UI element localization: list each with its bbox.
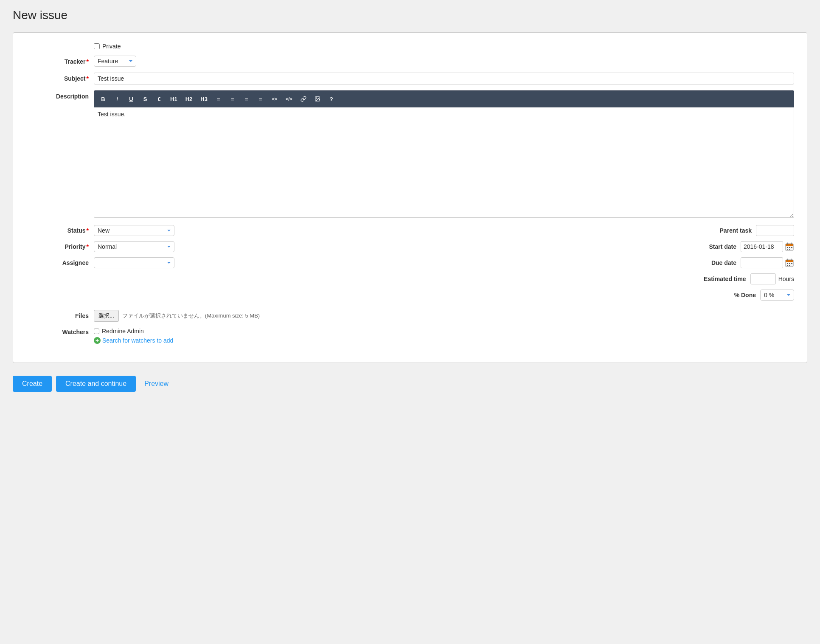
private-label: Private [102,43,121,50]
preview-button[interactable]: Preview [140,376,173,392]
file-hint: ファイルが選択されていません。(Maximum size: 5 MB) [122,312,260,320]
files-row: Files 選択... ファイルが選択されていません。(Maximum size… [26,310,794,322]
description-wrap: B I U S C H1 H2 H3 ≡ ≡ ≡ ≡ <> </> [94,90,794,219]
watchers-row: Watchers Redmine Admin + Search for watc… [26,328,794,344]
tracker-select[interactable]: Feature Bug Support [94,56,136,67]
left-fields: Status* New In Progress Resolved Closed … [26,225,402,306]
watchers-content: Redmine Admin + Search for watchers to a… [94,328,173,344]
description-row: Description B I U S C H1 H2 H3 ≡ ≡ ≡ ≡ <… [26,90,794,219]
status-select[interactable]: New In Progress Resolved Closed [94,225,174,236]
svg-rect-3 [786,244,793,246]
create-button[interactable]: Create [13,376,52,392]
start-date-row: Start date [418,241,794,252]
estimated-time-row: Estimated time Hours [418,273,794,284]
h1-button[interactable]: H1 [167,93,181,105]
priority-row: Priority* Low Normal High Urgent Immedia… [26,241,402,252]
start-date-input[interactable] [741,241,783,252]
description-textarea[interactable]: Test issue. [94,107,794,218]
svg-rect-17 [791,263,792,264]
page-title: New issue [13,8,807,22]
estimated-time-input[interactable] [750,273,776,284]
pct-done-label: % Done [734,292,756,298]
svg-rect-18 [787,265,788,266]
due-date-input[interactable] [741,257,783,268]
list-ordered-button[interactable]: ≡ [226,93,239,105]
create-and-continue-button[interactable]: Create and continue [56,376,136,392]
right-fields: Parent task Start date [418,225,794,306]
search-watchers-label: Search for watchers to add [102,337,173,344]
svg-point-1 [316,98,317,98]
description-toolbar: B I U S C H1 H2 H3 ≡ ≡ ≡ ≡ <> </> [94,90,794,107]
due-date-calendar-icon[interactable] [785,258,794,267]
description-label: Description [26,90,94,100]
plus-icon: + [94,337,101,344]
help-button[interactable]: ? [325,93,338,105]
assignee-row: Assignee Redmine Admin [26,257,402,268]
assignee-label: Assignee [26,259,94,266]
pct-done-select[interactable]: 0 % 10 % 20 % 30 % 40 % 50 % 60 % 70 % 8… [760,290,794,301]
due-date-label: Due date [711,259,736,266]
bold-button[interactable]: B [97,93,110,105]
subject-wrap [94,73,794,84]
code-block-button[interactable]: </> [282,93,296,105]
priority-label: Priority* [26,243,94,250]
list-unordered-button[interactable]: ≡ [212,93,225,105]
italic-button[interactable]: I [111,93,124,105]
svg-rect-12 [786,260,793,262]
svg-rect-10 [789,249,790,250]
h3-button[interactable]: H3 [197,93,211,105]
watcher-name: Redmine Admin [102,328,144,335]
file-choose-button[interactable]: 選択... [94,310,119,322]
tracker-wrap: Feature Bug Support [94,56,794,67]
svg-rect-15 [787,263,788,264]
estimated-time-label: Estimated time [704,276,746,282]
priority-select[interactable]: Low Normal High Urgent Immediate [94,241,174,252]
status-label: Status* [26,227,94,234]
watcher-item: Redmine Admin [94,328,173,335]
align-left-button[interactable]: ≡ [240,93,253,105]
issue-form: Private Tracker* Feature Bug Support Sub… [13,32,807,363]
svg-rect-8 [791,247,792,248]
subject-row: Subject* [26,73,794,84]
start-date-calendar-icon[interactable] [785,242,794,251]
tracker-row: Tracker* Feature Bug Support [26,56,794,67]
subject-label: Subject* [26,73,94,82]
fields-section: Status* New In Progress Resolved Closed … [26,225,794,306]
subject-input[interactable] [94,73,794,84]
due-date-row: Due date [418,257,794,268]
parent-task-row: Parent task [418,225,794,236]
assignee-select[interactable]: Redmine Admin [94,257,174,268]
private-row: Private [94,43,794,50]
underline-button[interactable]: U [125,93,138,105]
start-date-label: Start date [709,243,736,250]
watcher-checkbox[interactable] [94,329,99,334]
parent-task-input[interactable] [756,225,794,236]
pct-done-row: % Done 0 % 10 % 20 % 30 % 40 % 50 % 60 %… [418,290,794,301]
status-row: Status* New In Progress Resolved Closed [26,225,402,236]
h2-button[interactable]: H2 [182,93,196,105]
svg-rect-6 [787,247,788,248]
tracker-label: Tracker* [26,56,94,65]
svg-rect-16 [789,263,790,264]
search-watchers-link[interactable]: + Search for watchers to add [94,337,173,344]
svg-rect-7 [789,247,790,248]
hours-unit: Hours [778,276,794,282]
image-button[interactable] [311,93,324,105]
parent-task-label: Parent task [720,227,752,234]
private-checkbox[interactable] [94,43,100,49]
code-button[interactable]: <> [268,93,281,105]
align-right-button[interactable]: ≡ [254,93,267,105]
action-buttons: Create Create and continue Preview [13,371,807,396]
svg-rect-9 [787,249,788,250]
files-label: Files [26,312,94,319]
strikethrough-button[interactable]: S [139,93,152,105]
watchers-label: Watchers [26,328,94,335]
code-inline-button[interactable]: C [153,93,166,105]
svg-rect-19 [789,265,790,266]
link-button[interactable] [297,93,310,105]
